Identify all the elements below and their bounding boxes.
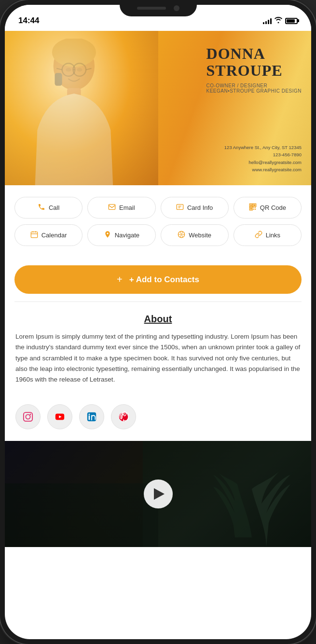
links-icon — [255, 231, 262, 240]
status-time: 14:44 — [18, 16, 39, 26]
notch — [120, 0, 197, 16]
card-address: 123 Anywhere St., Any City, ST 12345 — [224, 144, 302, 151]
svg-rect-11 — [109, 205, 115, 210]
card-phone: 123-456-7890 — [224, 151, 302, 158]
svg-rect-10 — [55, 73, 62, 86]
svg-rect-24 — [253, 209, 254, 210]
notch-speaker — [137, 7, 166, 10]
pinterest-button[interactable] — [111, 404, 136, 429]
business-card: DONNA STROUPE CO-OWNER / DESIGNER KEEGAN… — [5, 31, 311, 185]
play-button[interactable] — [144, 480, 173, 508]
play-triangle-icon — [154, 488, 165, 500]
card-info-button[interactable]: Card Info — [161, 197, 229, 219]
status-icons — [263, 17, 298, 25]
card-title: CO-OWNER / DESIGNER — [206, 83, 302, 88]
svg-rect-32 — [24, 412, 32, 421]
svg-point-38 — [89, 414, 90, 415]
add-contacts-icon: + — [117, 274, 123, 285]
svg-rect-23 — [255, 207, 256, 208]
about-title: About — [15, 314, 301, 325]
call-label: Call — [49, 204, 59, 211]
instagram-icon — [23, 411, 33, 422]
qr-code-icon — [249, 203, 257, 212]
card-info-label: Card Info — [187, 204, 213, 211]
battery-fill — [287, 19, 295, 23]
signal-bar-3 — [268, 20, 269, 24]
add-contacts-button[interactable]: + + Add to Contacts — [14, 265, 302, 294]
call-icon — [38, 203, 45, 212]
navigate-label: Navigate — [115, 232, 139, 239]
svg-point-33 — [26, 415, 30, 419]
wifi-icon — [275, 17, 282, 25]
pinterest-icon — [118, 411, 129, 422]
website-icon — [178, 231, 185, 240]
svg-rect-19 — [254, 205, 255, 206]
actions-row-1: Call Email Card Info — [14, 197, 302, 219]
instagram-button[interactable] — [15, 404, 41, 429]
card-website: www.reallygreatsite.com — [224, 166, 302, 173]
phone-shell: 14:44 — [0, 0, 316, 644]
navigate-icon — [104, 231, 111, 240]
about-text: Lorem Ipsum is simply dummy text of the … — [15, 331, 301, 385]
video-section[interactable] — [5, 441, 311, 547]
card-company: KEEGAN•STROUPE GRAPHIC DESIGN — [206, 88, 302, 94]
svg-point-1 — [52, 39, 96, 67]
card-photo-area — [5, 31, 158, 185]
svg-rect-26 — [31, 232, 37, 238]
svg-point-3 — [66, 68, 71, 72]
card-contact: 123 Anywhere St., Any City, ST 12345 123… — [224, 144, 302, 173]
signal-bar-4 — [270, 18, 272, 24]
svg-rect-22 — [253, 207, 254, 208]
youtube-icon — [55, 411, 65, 422]
links-label: Links — [266, 232, 280, 239]
navigate-button[interactable]: Navigate — [87, 224, 155, 246]
battery-icon — [285, 18, 298, 24]
qr-code-label: QR Code — [260, 204, 286, 211]
signal-bar-1 — [263, 22, 264, 24]
linkedin-button[interactable] — [79, 404, 104, 429]
svg-point-4 — [77, 68, 82, 72]
person-silhouette — [10, 39, 148, 185]
svg-rect-21 — [250, 208, 251, 209]
links-button[interactable]: Links — [234, 224, 302, 246]
card-name: DONNA STROUPE — [206, 45, 302, 79]
calendar-button[interactable]: Calendar — [14, 224, 82, 246]
social-section — [5, 395, 311, 441]
screen: 14:44 — [5, 5, 311, 639]
website-button[interactable]: Website — [161, 224, 229, 246]
actions-row-2: Calendar Navigate Website — [14, 224, 302, 246]
svg-rect-37 — [89, 416, 90, 420]
linkedin-icon — [86, 411, 97, 422]
card-info-icon — [176, 203, 184, 212]
add-contacts-section: + + Add to Contacts — [5, 260, 311, 301]
svg-rect-25 — [255, 209, 256, 210]
signal-bar-2 — [265, 21, 267, 24]
email-icon — [108, 203, 116, 212]
card-email: hello@reallygreatsite.com — [224, 159, 302, 166]
main-content[interactable]: DONNA STROUPE CO-OWNER / DESIGNER KEEGAN… — [5, 31, 311, 639]
svg-point-34 — [30, 414, 31, 415]
website-label: Website — [189, 232, 211, 239]
about-section: About Lorem Ipsum is simply dummy text o… — [5, 302, 311, 395]
add-contacts-label: + Add to Contacts — [129, 275, 199, 285]
notch-camera — [174, 5, 179, 11]
card-name-area: DONNA STROUPE CO-OWNER / DESIGNER KEEGAN… — [206, 45, 302, 94]
qr-code-button[interactable]: QR Code — [234, 197, 302, 219]
call-button[interactable]: Call — [14, 197, 82, 219]
calendar-icon — [30, 231, 38, 240]
svg-rect-17 — [250, 205, 251, 206]
plant-silhouette — [173, 441, 311, 547]
calendar-label: Calendar — [41, 232, 67, 239]
actions-grid: Call Email Card Info — [5, 185, 311, 260]
email-label: Email — [119, 204, 135, 211]
email-button[interactable]: Email — [87, 197, 155, 219]
youtube-button[interactable] — [47, 404, 72, 429]
signal-bars-icon — [263, 17, 272, 24]
